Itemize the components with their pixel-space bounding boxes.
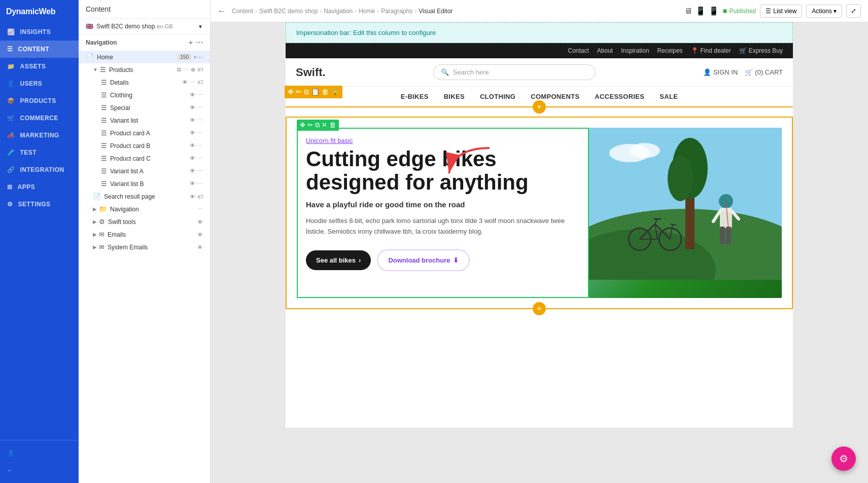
move-nav-icon[interactable]: ✥ [288, 88, 294, 96]
copy-icon[interactable]: ⧉ [177, 66, 181, 73]
cart-button[interactable]: 🛒 (0) CART [745, 68, 783, 76]
nav-components[interactable]: COMPONENTS [531, 93, 579, 100]
tree-item-variant-list[interactable]: ☰ Variant list 👁 ⋯ [79, 114, 210, 127]
expand2-icon[interactable]: ▶ [93, 206, 97, 212]
dots9-icon[interactable]: ⋯ [197, 180, 203, 187]
add-child-icon[interactable]: + [193, 54, 197, 61]
fab-settings-button[interactable]: ⚙ [831, 447, 856, 471]
list-view-button[interactable]: ☰ List view [760, 5, 802, 18]
dropdown-arrow-icon[interactable]: ▼ [198, 24, 203, 29]
dots2-icon[interactable]: ⋯ [197, 92, 203, 98]
nav-more-button[interactable]: ⋯ [196, 39, 203, 47]
tree-item-product-card-b[interactable]: ☰ Product card B 👁 ⋯ [79, 139, 210, 152]
nav-express-buy[interactable]: 🛒Express Buy [739, 47, 783, 54]
sidebar-item-assets[interactable]: 📁 ASSETS [0, 58, 79, 75]
tag-icon[interactable]: 🏷 [197, 66, 203, 73]
dots6-icon[interactable]: ⋯ [197, 142, 203, 149]
nav-bikes[interactable]: BIKES [444, 93, 465, 100]
edit-nav-icon[interactable]: ✏ [296, 88, 302, 96]
desktop-preview-button[interactable]: 🖥 [684, 7, 692, 16]
trash-hero-icon[interactable]: 🗑 [329, 121, 336, 129]
tree-item-swift-tools[interactable]: ▶ ⚙ Swift tools 👁 [79, 215, 210, 228]
expand5-icon[interactable]: ▶ [93, 244, 97, 250]
nav-about[interactable]: About [597, 47, 613, 54]
tree-item-emails[interactable]: ▶ ✉ Emails 👁 [79, 228, 210, 241]
download-brochure-button[interactable]: Download brochure ⬇ [377, 249, 470, 271]
tag2-icon[interactable]: 🏷 [197, 194, 203, 200]
eye7-icon[interactable]: 👁 [190, 168, 195, 174]
copy-nav-icon[interactable]: ⧉ [304, 88, 309, 96]
back-button[interactable]: ← [0, 462, 79, 479]
nav-sale[interactable]: SALE [659, 93, 678, 100]
add-nav-item-button[interactable]: + [189, 39, 193, 47]
group-icon[interactable]: ⊕ [191, 66, 195, 73]
nav-contact[interactable]: Contact [568, 47, 588, 54]
dots7-icon[interactable]: ⋯ [197, 155, 203, 162]
shop-selector[interactable]: 🇬🇧 Swift B2C demo shop en-GB ▼ [79, 19, 210, 34]
tree-item-product-card-c[interactable]: ☰ Product card C 👁 ⋯ [79, 152, 210, 165]
eye12-icon[interactable]: 👁 [197, 244, 203, 250]
tag-icon-2[interactable]: 🏷 [197, 79, 203, 86]
nav-inspiration[interactable]: Inspiration [621, 47, 649, 54]
eye11-icon[interactable]: 👁 [197, 232, 203, 238]
sidebar-item-settings[interactable]: ⚙ SETTINGS [0, 196, 79, 213]
expand4-icon[interactable]: ▶ [93, 232, 97, 237]
tree-item-special[interactable]: ☰ Special 👁 ⋯ [79, 101, 210, 114]
nav-receipes[interactable]: Receipes [657, 47, 683, 54]
paste-nav-icon[interactable]: 📋 [311, 88, 320, 96]
more-options-icon[interactable]: ⋯ [197, 54, 203, 61]
lock-nav-icon[interactable]: 🔒 [331, 88, 339, 96]
nav-accessories[interactable]: ACCESSORIES [595, 93, 644, 100]
see-all-bikes-button[interactable]: See all bikes › [306, 250, 371, 270]
nav-ebikes[interactable]: E-BIKES [401, 93, 429, 100]
sidebar-item-marketing[interactable]: 📣 MARKETING [0, 127, 79, 144]
sidebar-item-content[interactable]: ☰ CONTENT [0, 41, 79, 58]
tree-item-variant-list-b[interactable]: ☰ Variant list B 👁 ⋯ [79, 177, 210, 190]
eye10-icon[interactable]: 👁 [197, 219, 203, 225]
sidebar-item-integration[interactable]: 🔗 INTEGRATION [0, 161, 79, 178]
dots5-icon[interactable]: ⋯ [197, 130, 203, 136]
tree-item-search-result[interactable]: 📄 Search result page 👁 🏷 [79, 190, 210, 203]
tree-item-product-card-a[interactable]: ☰ Product card A 👁 ⋯ [79, 127, 210, 139]
user-profile-button[interactable]: 👤 [0, 444, 79, 462]
dots4-icon[interactable]: ⋯ [197, 117, 203, 124]
actions-button[interactable]: Actions ▾ [806, 5, 842, 18]
delete-nav-icon[interactable]: 🗑 [322, 88, 329, 96]
expand-editor-button[interactable]: ⤢ [846, 4, 861, 18]
nav-find-dealer[interactable]: 📍Find dealer [691, 47, 731, 54]
expand3-icon[interactable]: ▶ [93, 219, 97, 225]
sidebar-item-insights[interactable]: 📈 INSIGHTS [0, 23, 79, 41]
back-nav-button[interactable]: ← [218, 7, 226, 16]
site-search[interactable]: 🔍 Search here [433, 64, 596, 80]
impersonation-bar[interactable]: Impersonation bar: Edit this column to c… [286, 22, 793, 43]
mobile-preview-button[interactable]: 📱 [709, 6, 719, 16]
eye6-icon[interactable]: 👁 [190, 155, 195, 162]
add-section-below-hero-button[interactable]: + [533, 302, 546, 315]
sign-in-button[interactable]: 👤 SIGN IN [703, 68, 738, 76]
add-section-below-nav-button[interactable]: + [533, 100, 546, 114]
sidebar-item-apps[interactable]: ⊞ APPS [0, 178, 79, 196]
delete2-hero-icon[interactable]: ✕ [322, 121, 327, 129]
tree-item-variant-list-a[interactable]: ☰ Variant list A 👁 ⋯ [79, 165, 210, 177]
link-icon[interactable]: ⋯ [190, 79, 195, 86]
tree-item-home[interactable]: 📄 Home 150 + ⋯ [79, 51, 210, 63]
sidebar-item-users[interactable]: 👤 USERS [0, 75, 79, 92]
nav-clothing[interactable]: CLOTHING [480, 93, 515, 100]
expand-icon[interactable]: ▼ [93, 67, 98, 72]
eye4-icon[interactable]: 👁 [190, 130, 195, 136]
eye9-icon[interactable]: 👁 [190, 194, 195, 200]
dots3-icon[interactable]: ⋯ [197, 104, 203, 111]
sidebar-item-test[interactable]: 🧪 TEST [0, 144, 79, 161]
dots-icon[interactable]: ⋯ [183, 66, 189, 73]
tree-item-system-emails[interactable]: ▶ ✉ System Emails 👁 [79, 241, 210, 253]
visibility-icon[interactable]: 👁 [182, 79, 188, 86]
tree-item-navigation[interactable]: ▶ 📁 Navigation ⋯ [79, 203, 210, 215]
eye5-icon[interactable]: 👁 [190, 142, 195, 149]
eye8-icon[interactable]: 👁 [190, 180, 195, 187]
dots8-icon[interactable]: ⋯ [197, 168, 203, 174]
tree-item-details[interactable]: ☰ Details 👁 ⋯ 🏷 [79, 76, 210, 89]
move-hero-icon[interactable]: ✥ [300, 121, 305, 129]
sidebar-item-products[interactable]: 📦 PRODUCTS [0, 92, 79, 109]
sidebar-item-commerce[interactable]: 🛒 COMMERCE [0, 109, 79, 127]
dots10-icon[interactable]: ⋯ [197, 206, 203, 212]
